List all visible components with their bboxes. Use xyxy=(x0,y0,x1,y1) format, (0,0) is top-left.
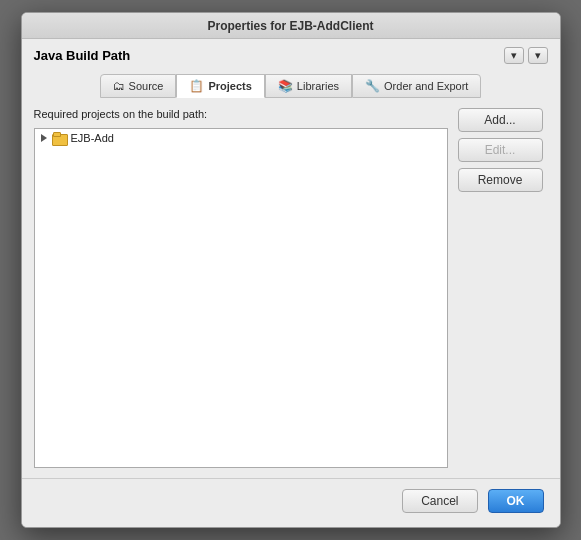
header-controls: ▾ ▾ xyxy=(504,47,548,64)
tab-bar: 🗂 Source 📋 Projects 📚 Libraries 🔧 Order … xyxy=(22,70,560,98)
project-list[interactable]: EJB-Add xyxy=(34,128,448,468)
projects-icon: 📋 xyxy=(189,79,204,93)
expand-arrow-icon xyxy=(41,134,47,142)
remove-button[interactable]: Remove xyxy=(458,168,543,192)
libraries-icon: 📚 xyxy=(278,79,293,93)
list-label: Required projects on the build path: xyxy=(34,108,448,120)
tab-source[interactable]: 🗂 Source xyxy=(100,74,177,98)
source-icon: 🗂 xyxy=(113,79,125,93)
dialog-title: Properties for EJB-AddClient xyxy=(207,19,373,33)
tab-projects-label: Projects xyxy=(208,80,251,92)
cancel-button[interactable]: Cancel xyxy=(402,489,477,513)
main-panel: Required projects on the build path: EJB… xyxy=(22,98,560,478)
tab-source-label: Source xyxy=(129,80,164,92)
edit-button[interactable]: Edit... xyxy=(458,138,543,162)
title-bar: Properties for EJB-AddClient xyxy=(22,13,560,39)
dialog: Properties for EJB-AddClient Java Build … xyxy=(21,12,561,528)
ok-button[interactable]: OK xyxy=(488,489,544,513)
collapse-button[interactable]: ▾ xyxy=(504,47,524,64)
content-area: Java Build Path ▾ ▾ 🗂 Source 📋 Projects … xyxy=(22,39,560,478)
tab-projects[interactable]: 📋 Projects xyxy=(176,74,264,98)
header-row: Java Build Path ▾ ▾ xyxy=(22,39,560,70)
folder-icon xyxy=(51,132,67,144)
expand-button[interactable]: ▾ xyxy=(528,47,548,64)
tab-libraries-label: Libraries xyxy=(297,80,339,92)
tab-order-export[interactable]: 🔧 Order and Export xyxy=(352,74,481,98)
tab-order-label: Order and Export xyxy=(384,80,468,92)
add-button[interactable]: Add... xyxy=(458,108,543,132)
right-panel: Add... Edit... Remove xyxy=(458,108,548,468)
left-panel: Required projects on the build path: EJB… xyxy=(34,108,448,468)
order-icon: 🔧 xyxy=(365,79,380,93)
tab-libraries[interactable]: 📚 Libraries xyxy=(265,74,352,98)
page-title: Java Build Path xyxy=(34,48,131,63)
list-item[interactable]: EJB-Add xyxy=(35,129,447,147)
project-name: EJB-Add xyxy=(71,132,114,144)
footer: Cancel OK xyxy=(22,478,560,527)
